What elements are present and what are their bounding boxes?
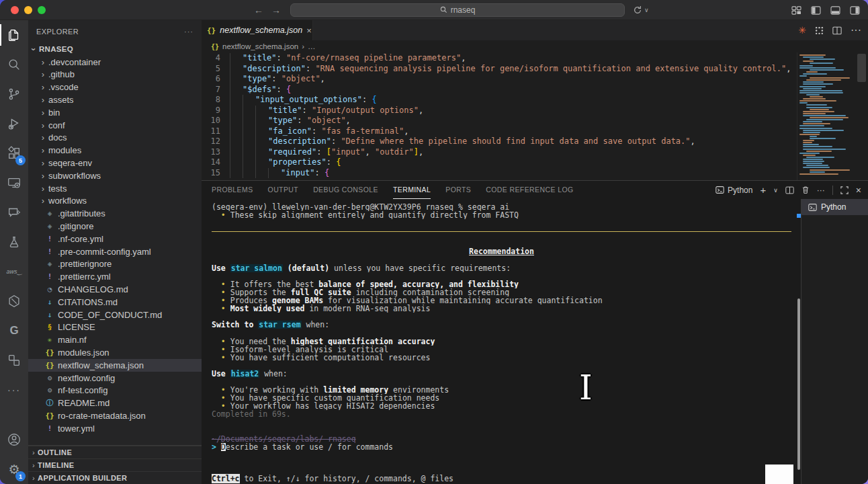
- layout-grid-icon[interactable]: [791, 6, 801, 15]
- tree-file-nf-test-config[interactable]: ⚙nf-test.config: [28, 385, 202, 397]
- toggle-secondary-sidebar-icon[interactable]: [850, 6, 860, 15]
- toggle-panel-icon[interactable]: [830, 6, 840, 15]
- panel-tab-problems[interactable]: PROBLEMS: [212, 181, 253, 199]
- chevron-icon: ›: [38, 95, 48, 105]
- tree-folder-seqera-env[interactable]: ›seqera-env: [28, 157, 202, 169]
- testing-icon[interactable]: [0, 227, 28, 257]
- maximize-panel-icon[interactable]: [840, 186, 849, 194]
- minimap[interactable]: [797, 52, 855, 180]
- tree-folder-subworkflows[interactable]: ›subworkflows: [28, 169, 202, 182]
- tree-folder--github[interactable]: ›.github: [28, 69, 202, 81]
- tree-file-ro-crate-metadata-json[interactable]: {}ro-crate-metadata.json: [28, 409, 202, 422]
- explorer-more-actions[interactable]: ···: [184, 28, 193, 36]
- tree-file-nextflow-schema-json[interactable]: {}nextflow_schema.json: [28, 359, 202, 372]
- tree-folder-tests[interactable]: ›tests: [28, 182, 202, 195]
- section-application-builder[interactable]: ›APPLICATION BUILDER: [28, 471, 202, 484]
- code-editor[interactable]: 4"title": "nf-core/rnaseq pipeline param…: [202, 52, 868, 180]
- panel-more-icon[interactable]: ···: [817, 186, 825, 195]
- editor-scrollbar-thumb[interactable]: [857, 54, 866, 82]
- tree-file-citations-md[interactable]: ↓CITATIONS.md: [28, 296, 202, 309]
- more-actions-icon[interactable]: ···: [851, 24, 861, 36]
- settings-gear-icon[interactable]: ⚙1: [0, 454, 28, 484]
- close-tab-icon[interactable]: ×: [306, 26, 312, 36]
- terminal-dropdown-icon[interactable]: ∨: [773, 187, 778, 194]
- more-views-icon[interactable]: ···: [0, 375, 28, 405]
- panel-tab-code-reference-log[interactable]: CODE REFERENCE LOG: [486, 181, 573, 199]
- back-button[interactable]: ←: [254, 5, 263, 15]
- hexagon-tool-icon[interactable]: [0, 286, 28, 316]
- minimap-line: [799, 90, 842, 91]
- tree-file-tower-yml[interactable]: !tower.yml: [28, 422, 202, 435]
- terminal-text: (default): [283, 264, 329, 272]
- accounts-icon[interactable]: [0, 425, 28, 454]
- split-terminal-icon[interactable]: [785, 186, 794, 194]
- new-terminal-icon[interactable]: +: [760, 184, 766, 196]
- minimize-window-button[interactable]: [24, 6, 32, 14]
- command-center-search[interactable]: rnaseq: [290, 3, 625, 17]
- chat-icon[interactable]: [0, 198, 28, 227]
- panel-tab-ports[interactable]: PORTS: [445, 181, 471, 199]
- sync-indicator[interactable]: ∨: [633, 5, 649, 15]
- tree-file-modules-json[interactable]: {}modules.json: [28, 346, 202, 359]
- gitlens-icon[interactable]: G: [0, 316, 28, 346]
- tree-file-license[interactable]: §LICENSE: [28, 321, 202, 334]
- section-outline[interactable]: ›OUTLINE: [28, 446, 202, 458]
- shell-selector[interactable]: Python: [715, 186, 752, 195]
- extensions-icon[interactable]: 5: [0, 138, 28, 168]
- minimap-line: [799, 125, 824, 126]
- aws-icon[interactable]: aws‿: [0, 257, 28, 286]
- run-debug-icon[interactable]: [0, 109, 28, 138]
- indent-guide: [243, 106, 255, 116]
- remote-explorer-icon[interactable]: [0, 168, 28, 198]
- tree-file--gitattributes[interactable]: ◈.gitattributes: [28, 207, 202, 220]
- tree-file-nextflow-config[interactable]: ⚙nextflow.config: [28, 372, 202, 385]
- source-control-icon[interactable]: [0, 79, 28, 109]
- close-panel-icon[interactable]: ×: [856, 185, 861, 196]
- terminal-scrollbar[interactable]: [797, 199, 801, 484]
- tree-file-main-nf[interactable]: ✳main.nf: [28, 333, 202, 346]
- terminal-text: Most widely used: [230, 305, 305, 313]
- linked-squares-icon[interactable]: [0, 346, 28, 375]
- explorer-icon[interactable]: [0, 20, 28, 50]
- tree-folder-modules[interactable]: ›modules: [28, 144, 202, 157]
- terminal-output[interactable]: (seqera-env) llewelyn-van-der-berg@KTW2Y…: [202, 199, 797, 484]
- zoom-window-button[interactable]: [38, 6, 46, 14]
- breadcrumb-tail[interactable]: …: [308, 42, 316, 50]
- breadcrumb[interactable]: {} nextflow_schema.json › …: [202, 40, 868, 52]
- tree-folder--vscode[interactable]: ›.vscode: [28, 81, 202, 93]
- tree-folder-bin[interactable]: ›bin: [28, 106, 202, 119]
- tree-folder-docs[interactable]: ›docs: [28, 132, 202, 145]
- nf-core-icon[interactable]: ✳: [798, 25, 806, 36]
- organize-icon[interactable]: [815, 26, 824, 35]
- tree-folder--devcontainer[interactable]: ›.devcontainer: [28, 56, 202, 69]
- tree-file--pre-commit-config-yaml[interactable]: !.pre-commit-config.yaml: [28, 245, 202, 258]
- panel-tab-debug-console[interactable]: DEBUG CONSOLE: [313, 181, 378, 199]
- tree-file--nf-core-yml[interactable]: !.nf-core.yml: [28, 233, 202, 245]
- section-timeline[interactable]: ›TIMELINE: [28, 458, 202, 471]
- tree-folder-conf[interactable]: ›conf: [28, 119, 202, 132]
- terminal-list-item-python[interactable]: Python: [801, 199, 868, 215]
- search-icon[interactable]: [0, 50, 28, 79]
- kill-terminal-icon[interactable]: [801, 186, 810, 194]
- panel-tab-output[interactable]: OUTPUT: [268, 181, 299, 199]
- forward-button[interactable]: →: [271, 5, 281, 15]
- minimap-line: [803, 155, 816, 156]
- toggle-sidebar-icon[interactable]: [811, 6, 821, 15]
- close-window-button[interactable]: [11, 6, 19, 14]
- tree-folder-assets[interactable]: ›assets: [28, 93, 202, 106]
- tree-root-rnaseq[interactable]: ›RNASEQ: [28, 43, 202, 56]
- tab-nextflow-schema[interactable]: {} nextflow_schema.json ×: [202, 20, 313, 40]
- tree-file-readme-md[interactable]: ⓘREADME.md: [28, 397, 202, 409]
- terminal-scrollbar-thumb[interactable]: [797, 298, 800, 470]
- split-editor-icon[interactable]: [832, 26, 842, 35]
- tree-folder-workflows[interactable]: ›workflows: [28, 195, 202, 208]
- panel-tab-terminal[interactable]: TERMINAL: [393, 181, 431, 199]
- chevron-icon: ›: [29, 44, 39, 54]
- code-token: "$defs": [243, 85, 277, 95]
- tree-file--prettierignore[interactable]: ◈.prettierignore: [28, 258, 202, 271]
- breadcrumb-file[interactable]: nextflow_schema.json: [222, 42, 298, 50]
- tree-file--gitignore[interactable]: ◈.gitignore: [28, 220, 202, 233]
- tree-file-changelog-md[interactable]: ◔CHANGELOG.md: [28, 283, 202, 296]
- tree-file-code-of-conduct-md[interactable]: ↓CODE_OF_CONDUCT.md: [28, 309, 202, 321]
- tree-file--prettierrc-yml[interactable]: !.prettierrc.yml: [28, 270, 202, 283]
